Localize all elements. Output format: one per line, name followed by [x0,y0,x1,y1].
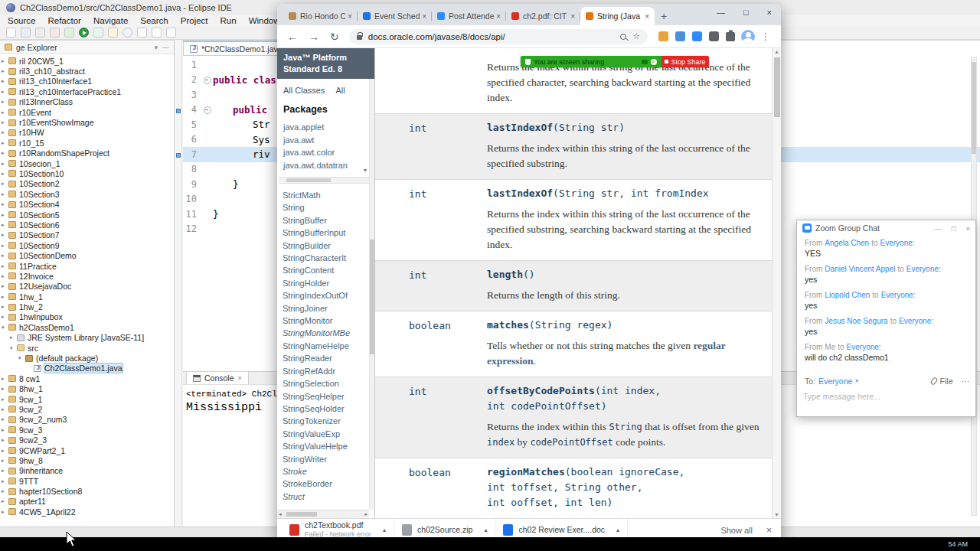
class-link[interactable]: StringWriter [283,453,374,465]
open-type-icon[interactable] [108,28,118,37]
new-class-icon[interactable] [93,28,103,37]
explorer-item[interactable]: 9cw_3 [0,425,174,435]
download-menu-icon[interactable]: ▴ [616,527,619,533]
explorer-item[interactable]: r10HW [0,128,174,138]
explorer-item[interactable]: 10Section3 [0,189,174,199]
class-link[interactable]: StringValueExp [283,428,374,440]
explorer-item[interactable]: 1hw_2 [0,302,174,311]
sender-name[interactable]: Liopold Chen [825,291,870,299]
explorer-item[interactable]: ril3_ch10_abstract [0,66,174,76]
class-link[interactable]: StrokeBorder [283,478,374,490]
zoom-icon[interactable] [620,34,626,40]
expand-arrow-icon[interactable] [2,109,8,116]
expand-arrow-icon[interactable] [2,406,8,412]
expand-arrow-icon[interactable] [2,212,8,218]
explorer-item[interactable]: 9CWPart2_1 [0,445,174,455]
expand-arrow-icon[interactable] [2,458,8,464]
explorer-item[interactable]: 10Section5 [0,210,174,220]
explorer-item[interactable]: 9cw2_3 [0,435,174,445]
expand-arrow-icon[interactable] [2,150,8,156]
expand-arrow-icon[interactable] [2,283,8,289]
browser-tab[interactable]: Post Attendee × [432,7,506,25]
expand-arrow-icon[interactable] [2,324,8,331]
class-link[interactable]: StringCharacterIt [283,252,374,264]
expand-arrow-icon[interactable] [10,345,17,351]
all-classes-link[interactable]: All Classes [283,86,325,95]
forward-icon[interactable]: → [309,31,319,43]
close-button[interactable]: × [767,8,772,17]
browser-tab[interactable]: Rio Hondo Coll × [283,7,358,25]
expand-arrow-icon[interactable] [2,89,8,95]
tab-close-icon[interactable]: × [570,12,575,21]
sender-name[interactable]: Jesus Noe Segura [825,317,887,325]
explorer-item[interactable]: 12Invoice [0,271,174,281]
scroll-thumb[interactable] [774,57,780,117]
expand-arrow-icon[interactable] [2,191,8,197]
expand-arrow-icon[interactable] [2,488,8,494]
browser-tab[interactable]: Event Schedule × [358,7,432,25]
paperclip-icon[interactable] [929,377,938,386]
expand-arrow-icon[interactable] [2,478,8,484]
method-signature[interactable]: regionMatches(boolean ignoreCase, int to… [487,465,763,510]
method-signature[interactable]: lastIndexOf(String str) [487,120,763,135]
explorer-item[interactable]: 9cw_1 [0,394,174,404]
address-bar[interactable]: docs.oracle.com/javase/8/docs/api/ ☆ [349,29,648,44]
explorer-item[interactable]: 10Section7 [0,230,174,240]
expand-arrow-icon[interactable] [2,427,8,433]
explorer-item[interactable]: 11Practice [0,261,174,271]
method-signature[interactable]: matches(String regex) [487,318,763,333]
class-link[interactable]: StringMonitor [283,315,374,327]
sender-name[interactable]: Daniel Vincent Appel [825,265,895,273]
annotation-icon[interactable] [137,28,147,37]
expand-arrow-icon[interactable] [2,498,8,504]
explorer-item[interactable]: h2ClassDemo1 [0,322,174,332]
eclipse-menu-item[interactable]: Project [181,16,208,25]
eclipse-menu-item[interactable]: Window [249,16,280,25]
expand-arrow-icon[interactable] [2,314,8,320]
file-button[interactable]: File [940,377,953,386]
expand-arrow-icon[interactable] [2,263,8,269]
expand-arrow-icon[interactable] [2,468,8,474]
expand-arrow-icon[interactable] [2,78,8,84]
method-signature[interactable]: lastIndexOf(String str, int fromIndex [487,186,763,201]
expand-arrow-icon[interactable] [2,129,8,135]
all-profiles-link[interactable]: All [335,86,345,95]
explorer-item[interactable]: apter11 [0,497,174,507]
package-link[interactable]: java.awt.datatran [283,159,374,172]
page-scrollbar[interactable]: ▲ ▼ [772,48,781,518]
class-link[interactable]: StringContent [283,264,374,276]
package-link[interactable]: java.awt [283,134,374,147]
sidebar-hscrollbar[interactable]: ◂ ▸ [277,510,369,518]
class-link[interactable]: StringTokenizer [283,415,374,427]
eclipse-menu-item[interactable]: Refactor [47,16,80,25]
audience-name[interactable]: Everyone: [906,265,941,273]
audience-name[interactable]: Everyone: [847,343,881,351]
browser-tab[interactable]: ch2.pdf: CIT 13 × [506,7,580,25]
browser-menu-icon[interactable]: ⋮ [761,31,770,42]
new-tab-button[interactable]: + [661,11,667,21]
explorer-item[interactable]: 10SectionDemo [0,250,174,260]
explorer-item[interactable]: 9cw_2 [0,404,174,414]
refresh-icon[interactable]: ↻ [330,31,339,43]
expand-arrow-icon[interactable] [10,334,17,341]
class-link[interactable]: StringBufferInput [283,227,374,239]
recipient-dropdown[interactable]: Everyone [818,377,852,386]
tab-close-icon[interactable]: × [645,12,649,21]
search-icon[interactable] [122,28,132,37]
expand-arrow-icon[interactable] [2,171,8,177]
profile-avatar[interactable] [741,30,755,44]
sidebar-scrollbar[interactable] [369,79,374,510]
chat-close-icon[interactable]: × [965,224,970,233]
class-link[interactable]: StringSeqHelper [283,390,374,403]
scroll-left-icon[interactable]: ◂ [279,511,282,517]
eclipse-menu-item[interactable]: Navigate [93,16,128,25]
expand-arrow-icon[interactable] [18,355,25,361]
class-link[interactable]: StringSeqHolder [283,403,374,415]
minimize-view-icon[interactable]: — [162,44,169,51]
new-file-icon[interactable] [6,28,16,37]
class-link[interactable]: StringReader [283,352,374,364]
expand-arrow-icon[interactable] [2,416,8,422]
expand-arrow-icon[interactable] [2,161,8,167]
explorer-item[interactable]: r10RandomShapeProject [0,148,174,158]
tab-close-icon[interactable]: × [422,12,426,21]
